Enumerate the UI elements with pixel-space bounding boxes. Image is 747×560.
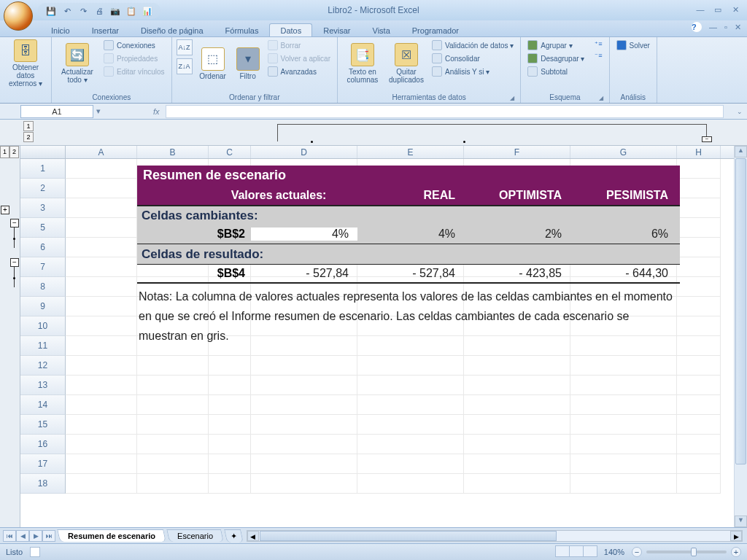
row-header[interactable]: 12	[20, 356, 66, 376]
connections-button[interactable]: Conexiones	[101, 39, 167, 51]
col-header[interactable]: D	[251, 146, 357, 158]
cell[interactable]	[357, 356, 464, 376]
next-sheet-button[interactable]: ▶	[29, 530, 42, 542]
cell[interactable]	[251, 356, 357, 376]
cell[interactable]	[677, 435, 721, 454]
cell[interactable]	[66, 257, 137, 277]
remove-duplicates-button[interactable]: ☒ Quitar duplicados	[386, 39, 427, 88]
cell[interactable]	[677, 238, 721, 257]
cell[interactable]	[251, 454, 357, 474]
cell[interactable]	[66, 238, 137, 257]
row-header[interactable]: 11	[20, 336, 66, 356]
col-header[interactable]: G	[570, 146, 677, 158]
cell[interactable]	[66, 179, 137, 198]
cell[interactable]	[66, 454, 137, 474]
cell[interactable]	[570, 356, 677, 376]
cell[interactable]	[66, 159, 137, 179]
what-if-button[interactable]: Análisis Y si ▾	[430, 66, 516, 77]
cell[interactable]	[357, 395, 464, 415]
tab-programador[interactable]: Programador	[401, 23, 470, 36]
reapply-button[interactable]: Volver a aplicar	[266, 52, 333, 64]
cell[interactable]	[677, 277, 721, 297]
col-header[interactable]: C	[209, 146, 251, 158]
zoom-slider[interactable]	[646, 551, 727, 553]
cell[interactable]	[137, 376, 209, 395]
cell[interactable]	[66, 356, 137, 376]
show-detail-button[interactable]: ⁺≡	[592, 39, 604, 48]
row-header[interactable]: 6	[20, 238, 66, 257]
scroll-left-button[interactable]: ◀	[247, 531, 259, 541]
cell[interactable]	[464, 395, 570, 415]
close-button[interactable]: ✕	[729, 4, 741, 15]
consolidate-button[interactable]: Consolidar	[430, 52, 516, 64]
cell[interactable]	[137, 356, 209, 376]
scroll-right-button[interactable]: ▶	[730, 531, 742, 541]
cell[interactable]	[209, 356, 251, 376]
cell[interactable]	[570, 415, 677, 435]
cell[interactable]	[66, 376, 137, 395]
col-header[interactable]: E	[357, 146, 464, 158]
scroll-thumb[interactable]	[260, 531, 557, 541]
dialog-launcher-icon[interactable]: ◢	[510, 95, 514, 101]
edit-links-button[interactable]: Editar vínculos	[101, 66, 167, 77]
cell[interactable]	[464, 415, 570, 435]
ribbon-minimize-icon[interactable]: —	[709, 23, 717, 31]
col-header[interactable]: B	[137, 146, 209, 158]
sheet-tab-escenario[interactable]: Escenario	[166, 529, 224, 542]
dialog-launcher-icon[interactable]: ◢	[599, 95, 603, 101]
cell[interactable]	[251, 474, 357, 494]
zoom-out-button[interactable]: −	[632, 547, 642, 557]
cell[interactable]	[66, 395, 137, 415]
cell[interactable]	[66, 198, 137, 218]
row-header[interactable]: 2	[20, 179, 66, 198]
office-button[interactable]	[4, 1, 33, 31]
ribbon-restore-icon[interactable]: ▫	[724, 23, 727, 31]
cell[interactable]	[677, 454, 721, 474]
tab-vista[interactable]: Vista	[362, 23, 401, 36]
subtotal-button[interactable]: Subtotal	[525, 66, 587, 77]
help-icon[interactable]: ?	[692, 22, 702, 32]
cell[interactable]	[66, 435, 137, 454]
cell[interactable]	[357, 376, 464, 395]
row-header[interactable]: 13	[20, 376, 66, 395]
name-box-dropdown[interactable]: ▾	[93, 106, 104, 116]
group-button[interactable]: Agrupar ▾	[525, 39, 587, 51]
collapse-column-group-button[interactable]: −	[702, 136, 712, 142]
cell[interactable]	[677, 179, 721, 198]
tab-insertar[interactable]: Insertar	[81, 23, 130, 36]
advanced-button[interactable]: Avanzadas	[266, 66, 333, 77]
filter-button[interactable]: ▾ Filtro	[233, 39, 263, 88]
last-sheet-button[interactable]: ⏭	[42, 530, 55, 542]
tab-inicio[interactable]: Inicio	[40, 23, 81, 36]
cell[interactable]	[677, 376, 721, 395]
tab-formulas[interactable]: Fórmulas	[214, 23, 270, 36]
solver-button[interactable]: Solver	[614, 39, 652, 51]
formula-input[interactable]	[166, 105, 724, 118]
cell[interactable]	[137, 435, 209, 454]
cell[interactable]	[137, 415, 209, 435]
row-header[interactable]: 14	[20, 395, 66, 415]
scroll-up-button[interactable]: ▲	[735, 146, 747, 158]
cell[interactable]	[251, 376, 357, 395]
tab-diseno[interactable]: Diseño de página	[130, 23, 214, 36]
clear-filter-button[interactable]: Borrar	[266, 39, 333, 51]
hide-detail-button[interactable]: ⁻≡	[592, 51, 604, 60]
cell[interactable]	[570, 376, 677, 395]
cell[interactable]	[209, 435, 251, 454]
row-header[interactable]: 9	[20, 297, 66, 316]
cell[interactable]	[464, 376, 570, 395]
cell[interactable]	[66, 277, 137, 297]
zoom-in-button[interactable]: +	[731, 547, 741, 557]
row-header[interactable]: 8	[20, 277, 66, 297]
sheet-tab-resumen[interactable]: Resumen de escenario	[57, 529, 166, 542]
cell[interactable]	[677, 159, 721, 179]
cell[interactable]	[464, 454, 570, 474]
cell[interactable]	[66, 336, 137, 356]
cell[interactable]	[570, 435, 677, 454]
tab-datos[interactable]: Datos	[269, 23, 312, 36]
cell[interactable]	[357, 415, 464, 435]
sort-button[interactable]: ⬚ Ordenar	[196, 39, 231, 88]
cell[interactable]	[251, 415, 357, 435]
cell[interactable]	[251, 395, 357, 415]
properties-button[interactable]: Propiedades	[101, 52, 167, 64]
